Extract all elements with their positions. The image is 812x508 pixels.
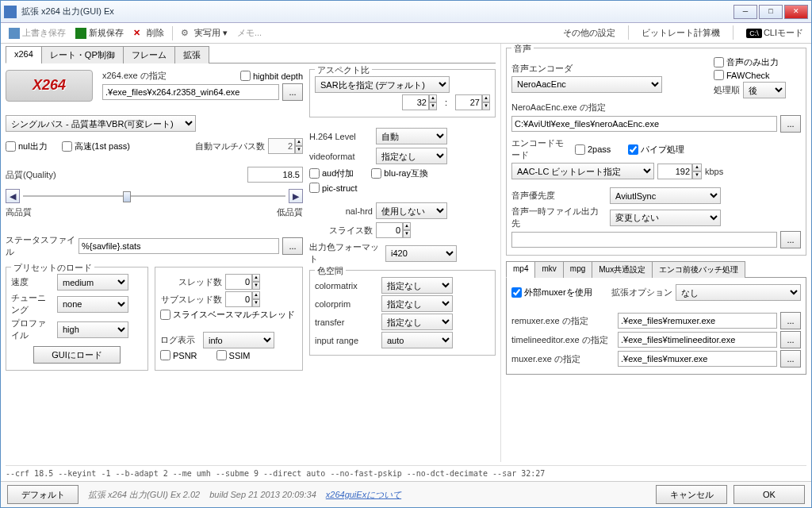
timelineeditor-path[interactable] (618, 332, 777, 348)
inputrange-combo[interactable]: auto (381, 332, 453, 348)
audio-encoder-combo[interactable]: NeroAacEnc (511, 76, 662, 93)
bitrate-calc-button[interactable]: ビットレート計算機 (638, 25, 723, 40)
colormatrix-combo[interactable]: 指定なし (381, 277, 453, 294)
maximize-button[interactable]: □ (759, 5, 783, 19)
subthread-spin[interactable]: ▲▼ (225, 291, 260, 307)
audio-order-combo[interactable]: 後 (743, 82, 786, 98)
x264-logo: X264 (6, 70, 93, 102)
command-line: --crf 18.5 --keyint -1 --b-adapt 2 --me … (6, 465, 806, 478)
thread-spin[interactable]: ▲▼ (225, 274, 260, 290)
tab-mkv[interactable]: mkv (534, 261, 563, 278)
audio-priority-combo[interactable]: AviutlSync (610, 187, 721, 204)
stats-browse-button[interactable]: ... (282, 237, 303, 255)
audio-tmp-path[interactable] (511, 232, 777, 248)
stats-input[interactable] (79, 238, 279, 254)
extopt-combo[interactable]: なし (676, 284, 801, 301)
audio-bitrate-spin[interactable]: ▲▼ (657, 164, 702, 179)
footer-build: build Sep 21 2013 20:09:34 (209, 490, 316, 499)
preset-group-title: プリセットのロード (11, 262, 94, 274)
tab-frame[interactable]: フレーム (123, 46, 175, 64)
tab-mp4[interactable]: mp4 (506, 261, 535, 278)
delete-button[interactable]: 削除 (130, 25, 167, 40)
transfer-combo[interactable]: 指定なし (381, 314, 453, 330)
profile-combo[interactable]: high (57, 321, 128, 338)
highbit-checkbox[interactable]: highbit depth (240, 71, 303, 81)
delete-icon (133, 28, 144, 39)
audio-encmode-combo[interactable]: AAC-LC ビットレート指定 (511, 163, 654, 179)
quality-right-arrow[interactable]: ▶ (289, 189, 303, 203)
app-icon (4, 6, 17, 18)
audio-exe-browse[interactable]: ... (780, 115, 801, 133)
videoformat-combo[interactable]: 指定なし (376, 148, 447, 164)
automulti-spin[interactable]: ▲▼ (268, 138, 303, 154)
default-button[interactable]: デフォルト (7, 485, 79, 504)
x264exe-browse-button[interactable]: ... (282, 83, 303, 101)
tab-mpg[interactable]: mpg (563, 261, 592, 278)
stats-label: ステータスファイル (6, 234, 75, 258)
timelineeditor-browse[interactable]: ... (780, 331, 801, 348)
ok-button[interactable]: OK (733, 485, 805, 504)
automulti-label: 自動マルチパス数 (195, 140, 265, 152)
titlebar: 拡張 x264 出力(GUI) Ex ─ □ ✕ (1, 1, 811, 23)
aspect-mode-combo[interactable]: SAR比を指定 (デフォルト) (315, 76, 450, 93)
tab-ext[interactable]: 拡張 (174, 46, 209, 64)
nul-checkbox[interactable]: nul出力 (6, 140, 48, 152)
speed-combo[interactable]: medium (57, 274, 128, 291)
remuxer-browse[interactable]: ... (780, 312, 801, 329)
fast-checkbox[interactable]: 高速(1st pass) (62, 140, 130, 152)
audio-exe-path[interactable] (511, 116, 777, 132)
bluray-checkbox[interactable]: blu-ray互換 (371, 167, 428, 179)
color-title: 色空間 (315, 265, 346, 277)
other-settings-button[interactable]: その他の設定 (560, 25, 619, 40)
memo-button[interactable]: メモ... (234, 25, 265, 40)
level-combo[interactable]: 自動 (376, 128, 447, 144)
audio-tmp-browse[interactable]: ... (780, 231, 801, 248)
slicethread-checkbox[interactable]: スライスベースマルチスレッド (160, 309, 295, 321)
aud-checkbox[interactable]: aud付加 (309, 167, 354, 179)
cancel-button[interactable]: キャンセル (656, 485, 727, 504)
nalhrd-combo[interactable]: 使用しない (376, 202, 447, 219)
tune-combo[interactable]: none (57, 296, 128, 313)
tab-x264[interactable]: x264 (6, 46, 42, 64)
save-button[interactable]: 上書き保存 (6, 25, 69, 40)
psnr-checkbox[interactable]: PSNR (160, 350, 197, 360)
x264exe-path[interactable] (102, 84, 279, 100)
preset-dropdown[interactable]: 実写用 ▾ (178, 25, 231, 40)
quality-left-arrow[interactable]: ◀ (6, 189, 20, 203)
fawcheck-checkbox[interactable]: FAWCheck (714, 70, 770, 80)
slice-spin[interactable]: ▲▼ (376, 222, 411, 238)
log-combo[interactable]: info (203, 332, 274, 348)
audio-only-checkbox[interactable]: 音声のみ出力 (714, 56, 779, 68)
tab-rate[interactable]: レート・QP制御 (41, 46, 124, 64)
main-tabs: x264 レート・QP制御 フレーム 拡張 (6, 45, 496, 64)
about-link[interactable]: x264guiExについて (326, 489, 401, 501)
gear-icon (181, 28, 192, 39)
audio-tmp-combo[interactable]: 変更しない (610, 210, 721, 226)
outfmt-combo[interactable]: i420 (385, 245, 457, 262)
picstruct-checkbox[interactable]: pic-struct (309, 183, 358, 193)
close-button[interactable]: ✕ (784, 5, 808, 19)
window-title: 拡張 x264 出力(GUI) Ex (21, 6, 733, 17)
2pass-checkbox[interactable]: 2pass (575, 144, 611, 155)
quality-slider[interactable] (23, 189, 285, 203)
minimize-button[interactable]: ─ (733, 5, 757, 19)
ext-muxer-checkbox[interactable]: 外部muxerを使用 (511, 287, 592, 298)
muxer-browse[interactable]: ... (780, 350, 801, 368)
pipe-checkbox[interactable]: パイプ処理 (628, 144, 684, 156)
tab-mux-common[interactable]: Mux共通設定 (592, 261, 653, 278)
tab-batch[interactable]: エンコ前後バッチ処理 (652, 261, 745, 278)
new-save-button[interactable]: 新規保存 (72, 25, 127, 40)
quality-input[interactable] (247, 167, 303, 183)
save-icon (9, 28, 20, 39)
footer-appver: 拡張 x264 出力(GUI) Ex 2.02 (88, 489, 200, 501)
muxer-path[interactable] (618, 351, 777, 367)
ssim-checkbox[interactable]: SSIM (216, 350, 251, 360)
aspect-w-spin[interactable]: ▲▼ (402, 94, 437, 110)
remuxer-path[interactable] (618, 313, 777, 329)
gui-load-button[interactable]: GUIにロード (33, 346, 121, 364)
colorprim-combo[interactable]: 指定なし (381, 295, 453, 312)
rate-mode-combo[interactable]: シングルパス - 品質基準VBR(可変レート) (6, 115, 196, 132)
mux-tabs: mp4 mkv mpg Mux共通設定 エンコ前後バッチ処理 (506, 260, 806, 278)
cli-mode-button[interactable]: C:\CLIモード (743, 25, 806, 40)
aspect-h-spin[interactable]: ▲▼ (455, 94, 490, 110)
